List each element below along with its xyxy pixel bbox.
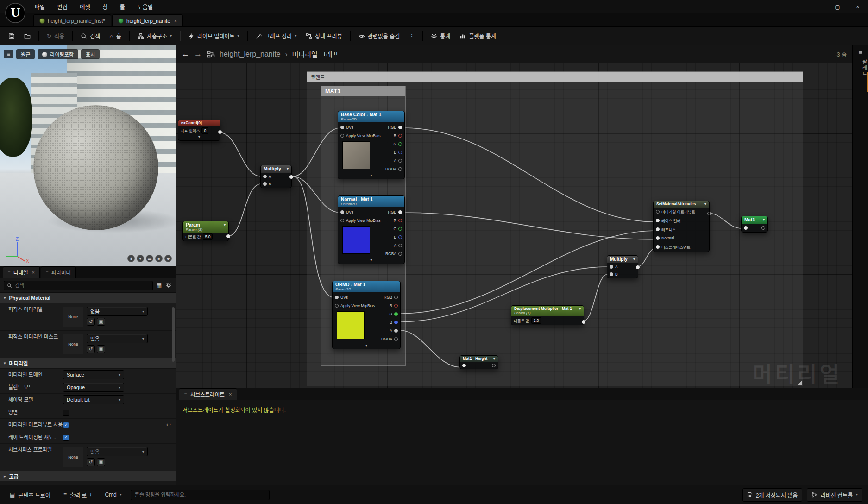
shape-sphere-button[interactable]: ● xyxy=(137,255,144,262)
node-set-material-attributes[interactable]: SetMaterialAttributes▾ 머티리얼 어트리뷰트 베이스 컬러… xyxy=(653,201,710,252)
shading-model-dropdown[interactable]: Default Lit▾ xyxy=(63,395,124,404)
pin-r[interactable] xyxy=(398,219,402,222)
preview-viewport[interactable]: ≡ 원근 라이팅포함 표시 ▮ ● ▬ ■ ◆ Z X xyxy=(0,45,176,266)
pin-rgb[interactable] xyxy=(398,126,402,129)
pin-uvs[interactable] xyxy=(340,210,344,214)
material-domain-dropdown[interactable]: Surface▾ xyxy=(63,370,124,379)
pin-a[interactable] xyxy=(398,159,402,163)
node-multiply-2[interactable]: Multiply▾ A B xyxy=(607,255,638,278)
browse-button[interactable] xyxy=(20,31,34,42)
pin-b[interactable] xyxy=(398,235,402,239)
pin-mipbias[interactable] xyxy=(335,304,339,308)
default-value-box[interactable]: 1.0 xyxy=(531,317,541,324)
close-icon[interactable]: × xyxy=(848,0,868,13)
node-param[interactable]: Param▾ Param (S) 디폴트 값5.0 xyxy=(182,221,229,241)
platform-stats-button[interactable]: 플랫폼 통계 xyxy=(456,30,500,42)
back-icon[interactable]: ← xyxy=(182,50,189,59)
node-result-mat1[interactable]: Mat1▾ xyxy=(741,216,768,233)
pin-multiply-out[interactable] xyxy=(289,175,293,179)
pin-b[interactable] xyxy=(398,151,402,154)
node-displacement-multiplier[interactable]: Displacement Multiplier - Mat 1▾ Param (… xyxy=(511,305,584,325)
pin-a[interactable] xyxy=(610,265,613,269)
details-search-input[interactable] xyxy=(15,283,150,288)
pin-normal[interactable] xyxy=(656,236,660,240)
details-search-field[interactable] xyxy=(4,281,153,290)
pin-r[interactable] xyxy=(394,304,398,308)
tab-substrate[interactable]: ≡ 서브스트레이트 × xyxy=(179,388,237,400)
pin-rgb[interactable] xyxy=(394,296,398,299)
cmd-dropdown[interactable]: Cmd ▾ xyxy=(101,489,126,500)
collapse-chevron-icon[interactable]: ▾ xyxy=(178,135,220,140)
default-value-box[interactable]: 5.0 xyxy=(203,233,213,240)
pin-base-color[interactable] xyxy=(656,219,660,222)
maximize-icon[interactable]: ▢ xyxy=(827,0,848,13)
pin-rgba[interactable] xyxy=(398,252,402,256)
viewport-menu-button[interactable]: ≡ xyxy=(4,50,13,58)
collapse-chevron-icon[interactable]: ▾ xyxy=(333,343,400,349)
panel-menu-icon[interactable]: ≡ xyxy=(853,49,868,56)
preview-state-button[interactable]: 상태 프리뷰 xyxy=(302,30,346,42)
breadcrumb-graph[interactable]: 머티리얼 그래프 xyxy=(292,49,339,59)
node-texcoord[interactable]: exCoord[0] 좌표 인덱스0 ▾ xyxy=(178,120,220,141)
settings-gear-icon[interactable] xyxy=(165,282,172,289)
menu-item-file[interactable]: 파일 xyxy=(34,2,45,11)
tab-details[interactable]: ≡ 디테일 × xyxy=(3,266,40,278)
show-button[interactable]: 표시 xyxy=(81,49,100,59)
clean-graph-button[interactable]: 그래프 정리 ▾ xyxy=(252,30,301,42)
shape-mesh-button[interactable]: ◆ xyxy=(164,255,172,262)
palette-tab[interactable]: 팔레트 xyxy=(853,59,868,77)
blend-mode-dropdown[interactable]: Opaque▾ xyxy=(63,383,124,392)
shape-cube-button[interactable]: ■ xyxy=(155,255,163,262)
minimize-icon[interactable]: — xyxy=(807,0,827,13)
pin-a[interactable] xyxy=(263,175,267,178)
pin-material-attributes[interactable] xyxy=(656,210,660,214)
perspective-button[interactable]: 원근 xyxy=(16,49,35,59)
property-matrix-icon[interactable]: ▦ xyxy=(157,283,162,288)
pin-rgba[interactable] xyxy=(394,337,398,341)
asset-thumbnail[interactable]: None xyxy=(63,307,83,327)
more-options-button[interactable]: ⋮ xyxy=(405,31,418,41)
browse-asset-button[interactable]: ▣ xyxy=(97,458,105,466)
use-selected-button[interactable]: ↺ xyxy=(87,318,95,326)
pin-height-in[interactable] xyxy=(462,364,466,367)
node-mat1-height[interactable]: Mat1 - Height▾ xyxy=(459,355,498,369)
tab-close-icon[interactable]: × xyxy=(32,270,35,275)
tab-height-lerp-nanite[interactable]: height_lerp_nanite × xyxy=(112,14,183,26)
asset-dropdown[interactable]: 없음▾ xyxy=(87,447,148,456)
use-material-attributes-checkbox[interactable]: ✓ xyxy=(63,422,69,428)
tab-height-lerp-nanite-inst[interactable]: height_lerp_nanite_Inst* xyxy=(33,14,111,26)
pin-a[interactable] xyxy=(398,244,402,247)
collapse-chevron-icon[interactable]: ▾ xyxy=(338,173,404,179)
revision-control-button[interactable]: 리비전 컨트롤 ▾ xyxy=(807,488,862,502)
menu-item-edit[interactable]: 편집 xyxy=(57,2,68,11)
asset-dropdown[interactable]: 없음▾ xyxy=(87,307,148,316)
pin-rgb[interactable] xyxy=(398,210,402,214)
content-drawer-button[interactable]: ▤ 콘텐츠 드로어 xyxy=(6,489,55,501)
pin-result-in[interactable] xyxy=(744,226,748,230)
pin-g[interactable] xyxy=(398,227,402,231)
pin-b[interactable] xyxy=(394,321,398,324)
details-scrollbar[interactable] xyxy=(172,307,175,362)
shape-plane-button[interactable]: ▬ xyxy=(146,255,153,262)
graph-canvas[interactable]: 코멘트 MAT1 exCoord[0] 좌표 인덱스0 ▾ xyxy=(176,63,852,388)
node-multiply-1[interactable]: Multiply▾ A B xyxy=(260,165,292,188)
pin-param-out[interactable] xyxy=(226,234,230,238)
browse-asset-button[interactable]: ▣ xyxy=(97,345,105,353)
pin-g[interactable] xyxy=(398,142,402,146)
pin-rgba[interactable] xyxy=(398,167,402,171)
pin-uvs[interactable] xyxy=(335,296,339,299)
tab-parameters[interactable]: ≡ 파라미터 xyxy=(41,266,76,278)
pin-displacement[interactable] xyxy=(656,245,660,249)
forward-icon[interactable]: → xyxy=(194,50,202,59)
collapse-chevron-icon[interactable]: ▾ xyxy=(338,258,404,264)
pin-param-out[interactable] xyxy=(582,320,585,324)
unsaved-assets-button[interactable]: 2개 저장되지 않음 xyxy=(742,488,803,502)
section-advanced[interactable]: ▸ 고급 xyxy=(0,471,176,481)
menu-item-asset[interactable]: 에셋 xyxy=(80,2,90,11)
hide-unrelated-button[interactable]: 관련없음 숨김 xyxy=(355,30,404,42)
ray-traced-shadows-checkbox[interactable]: ✓ xyxy=(63,435,69,441)
pin-mipbias[interactable] xyxy=(340,134,344,138)
use-selected-button[interactable]: ↺ xyxy=(87,345,95,353)
pin-preview[interactable] xyxy=(492,364,496,367)
unreal-logo-icon[interactable]: U xyxy=(5,2,26,24)
